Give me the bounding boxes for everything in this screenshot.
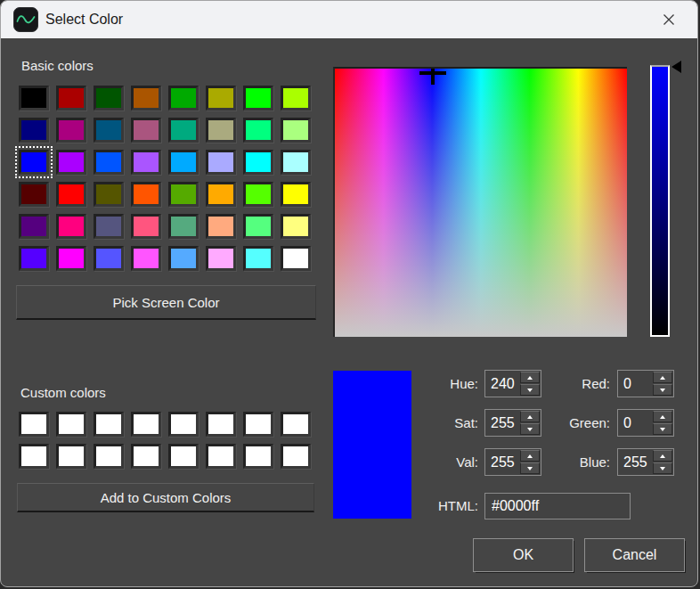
basic-color-swatch[interactable]	[19, 150, 49, 175]
basic-color-swatch[interactable]	[243, 214, 273, 239]
basic-color-swatch[interactable]	[19, 246, 49, 271]
blue-label: Blue:	[500, 448, 610, 476]
custom-color-swatch[interactable]	[206, 412, 236, 437]
down-arrow-icon	[660, 467, 665, 470]
basic-color-swatch[interactable]	[56, 182, 86, 207]
basic-color-swatch[interactable]	[168, 150, 199, 175]
red-spin-down-button[interactable]	[653, 384, 672, 396]
basic-color-swatch[interactable]	[206, 214, 236, 239]
basic-color-swatch[interactable]	[281, 150, 311, 175]
basic-color-swatch[interactable]	[168, 246, 199, 271]
value-slider[interactable]	[650, 65, 670, 337]
basic-color-swatch[interactable]	[56, 150, 86, 175]
custom-color-swatch[interactable]	[19, 412, 49, 437]
basic-color-swatch[interactable]	[19, 214, 49, 239]
custom-color-swatch[interactable]	[243, 444, 273, 469]
green-label: Green:	[500, 409, 610, 437]
basic-color-swatch[interactable]	[131, 86, 161, 110]
html-hex-input[interactable]	[484, 493, 631, 519]
swatch-color-fill	[171, 120, 196, 140]
basic-color-swatch[interactable]	[281, 86, 311, 110]
custom-color-swatch[interactable]	[243, 412, 273, 437]
custom-color-swatch[interactable]	[281, 444, 311, 469]
basic-color-swatch[interactable]	[168, 118, 199, 143]
crosshair-marker[interactable]	[419, 71, 446, 75]
green-spin-down-button[interactable]	[653, 423, 672, 435]
swatch-color-fill	[59, 217, 84, 236]
basic-color-swatch[interactable]	[281, 246, 311, 271]
red-label: Red:	[500, 370, 610, 397]
basic-color-swatch[interactable]	[206, 246, 236, 271]
custom-color-swatch[interactable]	[19, 444, 49, 469]
basic-color-swatch[interactable]	[56, 118, 86, 143]
swatch-color-fill	[21, 184, 46, 204]
hue-sat-gradient[interactable]	[333, 67, 627, 337]
basic-color-swatch[interactable]	[94, 86, 124, 110]
basic-color-swatch[interactable]	[131, 182, 161, 207]
swatch-color-fill	[59, 184, 84, 204]
close-button[interactable]	[651, 6, 687, 33]
basic-color-swatch[interactable]	[131, 246, 161, 271]
basic-color-swatch[interactable]	[168, 86, 199, 110]
swatch-color-fill	[134, 120, 159, 140]
swatch-color-fill	[283, 88, 308, 108]
basic-color-swatch[interactable]	[243, 182, 273, 207]
swatch-color-fill	[59, 88, 84, 108]
blue-spin-down-button[interactable]	[653, 462, 672, 474]
custom-color-swatch[interactable]	[94, 444, 124, 469]
red-value[interactable]: 0	[618, 371, 652, 397]
basic-color-swatch[interactable]	[206, 182, 236, 207]
basic-color-swatch[interactable]	[206, 150, 236, 175]
basic-color-swatch[interactable]	[168, 214, 199, 239]
custom-color-swatch[interactable]	[94, 412, 124, 437]
swatch-color-fill	[59, 249, 84, 268]
custom-color-swatch[interactable]	[56, 444, 86, 469]
basic-color-swatch[interactable]	[19, 182, 49, 207]
basic-color-swatch[interactable]	[243, 246, 273, 271]
custom-color-swatch[interactable]	[206, 444, 236, 469]
custom-color-swatch[interactable]	[168, 412, 199, 437]
basic-color-swatch[interactable]	[94, 150, 124, 175]
basic-color-swatch[interactable]	[131, 118, 161, 143]
blue-spin-up-button[interactable]	[653, 450, 672, 462]
swatch-color-fill	[246, 88, 271, 108]
basic-color-swatch[interactable]	[94, 182, 124, 207]
basic-color-swatch[interactable]	[281, 214, 311, 239]
cancel-button[interactable]: Cancel	[584, 538, 685, 572]
basic-color-swatch[interactable]	[19, 86, 49, 110]
basic-color-swatch[interactable]	[281, 118, 311, 143]
basic-color-swatch[interactable]	[206, 118, 236, 143]
basic-color-swatch[interactable]	[281, 182, 311, 207]
basic-color-swatch[interactable]	[206, 86, 236, 110]
custom-color-swatch[interactable]	[281, 412, 311, 437]
basic-color-swatch[interactable]	[243, 118, 273, 143]
ok-button[interactable]: OK	[473, 538, 574, 572]
red-spin-up-button[interactable]	[653, 372, 672, 383]
basic-color-swatch[interactable]	[94, 214, 124, 239]
custom-color-swatch[interactable]	[131, 412, 161, 437]
window-title: Select Color	[45, 1, 123, 38]
basic-color-swatch[interactable]	[94, 118, 124, 143]
green-value[interactable]: 0	[618, 410, 652, 436]
custom-color-swatch[interactable]	[131, 444, 161, 469]
custom-color-swatch[interactable]	[168, 444, 199, 469]
swatch-color-fill	[171, 184, 196, 204]
pick-screen-color-button[interactable]: Pick Screen Color	[16, 285, 316, 320]
down-arrow-icon	[660, 389, 665, 392]
blue-value[interactable]: 255	[618, 449, 652, 475]
basic-color-swatch[interactable]	[131, 214, 161, 239]
value-slider-arrow-marker[interactable]	[672, 61, 681, 73]
basic-color-swatch[interactable]	[168, 182, 199, 207]
basic-color-swatch[interactable]	[19, 118, 49, 143]
basic-color-swatch[interactable]	[56, 246, 86, 271]
basic-color-swatch[interactable]	[131, 150, 161, 175]
basic-color-swatch[interactable]	[243, 86, 273, 110]
custom-color-swatch[interactable]	[56, 412, 86, 437]
basic-color-swatch[interactable]	[56, 214, 86, 239]
basic-color-swatch[interactable]	[56, 86, 86, 110]
basic-color-swatch[interactable]	[94, 246, 124, 271]
add-to-custom-colors-button[interactable]: Add to Custom Colors	[17, 483, 314, 512]
basic-color-swatch[interactable]	[243, 150, 273, 175]
green-spin-up-button[interactable]	[653, 411, 672, 422]
swatch-color-fill	[96, 152, 121, 172]
